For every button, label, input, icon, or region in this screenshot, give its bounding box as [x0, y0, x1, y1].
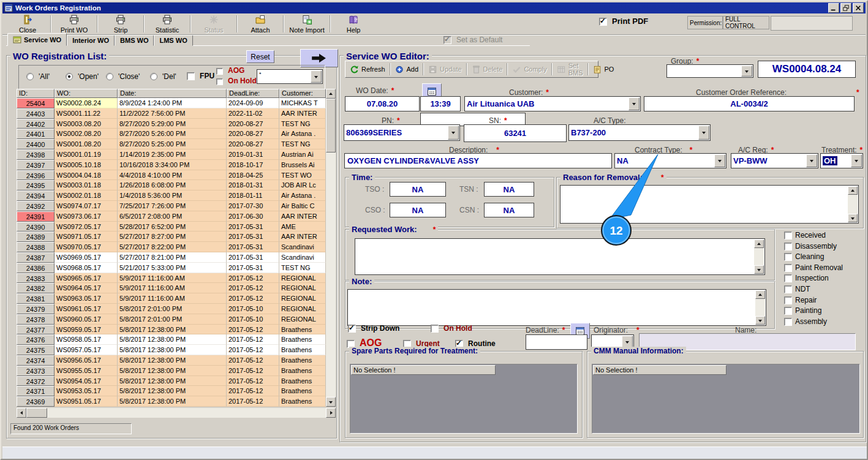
requested-work-textarea[interactable] — [355, 238, 765, 275]
table-row[interactable]: 24378WS0960.05.175/8/2017 2:01:00 PM2017… — [17, 314, 326, 325]
table-row[interactable]: 24389WS0971.05.175/27/2017 8:27:00 PM201… — [17, 232, 326, 242]
on-hold-box[interactable] — [431, 325, 439, 333]
table-row[interactable]: 25404WS0002.08.248/9/2024 1:24:00 PM2024… — [17, 98, 326, 108]
scroll-up-icon[interactable] — [754, 239, 764, 248]
contract-type-combo[interactable]: NA — [614, 153, 726, 168]
table-row[interactable]: 24398WS0001.01.191/14/2019 2:35:00 PM201… — [17, 149, 326, 160]
on-hold-filter-box[interactable] — [216, 78, 223, 85]
restore-button-icon[interactable] — [840, 3, 851, 13]
strip-down-checkbox[interactable]: Strip Down — [348, 324, 399, 333]
on-hold-checkbox[interactable]: On Hold — [431, 324, 472, 333]
stage-checkbox-assembly[interactable]: Assembly — [784, 317, 827, 326]
editor-button-po[interactable]: PO — [589, 61, 619, 77]
tab-interior-wo[interactable]: Interior WO — [67, 35, 115, 46]
vertical-scrollbar[interactable] — [326, 89, 336, 407]
combo-dropdown-button[interactable] — [311, 70, 322, 83]
checkbox-box[interactable] — [784, 253, 792, 261]
table-row[interactable]: 24376WS0958.05.175/8/2017 12:38:00 PM201… — [17, 334, 326, 345]
stage-checkbox-received[interactable]: Received — [784, 231, 826, 239]
table-row[interactable]: 24381WS0963.05.175/9/2017 11:16:00 AM201… — [17, 293, 326, 304]
checkbox-box[interactable] — [784, 274, 792, 282]
checkbox-box[interactable] — [784, 232, 792, 239]
aog-filter-checkbox[interactable]: AOG — [216, 66, 244, 75]
cso-field[interactable]: NA — [390, 203, 446, 217]
scrollbar-thumb[interactable] — [26, 408, 47, 418]
column-header-id[interactable]: ID: — [17, 89, 55, 98]
stage-checkbox-disassembly[interactable]: Disassembly — [784, 242, 837, 251]
tso-field[interactable]: NA — [390, 182, 446, 197]
checkbox-box[interactable] — [784, 243, 792, 251]
stage-checkbox-inspection[interactable]: Inspection — [784, 274, 829, 282]
wo-filter-combo[interactable]: * — [257, 69, 323, 84]
combo-dropdown-button[interactable] — [448, 126, 459, 140]
strip-down-box[interactable] — [348, 325, 356, 333]
table-row[interactable]: 24401WS0002.08.208/27/2020 5:26:00 PM202… — [17, 129, 326, 139]
column-header-wo[interactable]: WO: — [55, 89, 118, 98]
table-row[interactable]: 24386WS0968.05.175/21/2017 5:33:00 PM201… — [17, 263, 326, 273]
radio-open[interactable]: 'Open' — [66, 72, 99, 81]
table-row[interactable]: 24382WS0964.05.175/9/2017 11:16:00 AM201… — [17, 283, 326, 293]
table-row[interactable]: 24395WS0003.01.181/26/2018 6:08:00 PM201… — [17, 180, 326, 190]
table-row[interactable]: 24371WS0953.05.175/8/2017 12:38:00 PM201… — [17, 386, 326, 396]
wo-date-field[interactable]: 07.08.20 — [345, 96, 420, 111]
editor-button-refresh[interactable]: Refresh — [345, 61, 390, 77]
table-row[interactable]: 24402WS0003.08.208/27/2020 5:29:00 PM202… — [17, 119, 326, 129]
pn-combo[interactable]: 806369SERIES — [344, 124, 460, 141]
table-row[interactable]: 24390WS0972.05.175/28/2017 6:52:00 PM201… — [17, 222, 326, 232]
reason-textarea[interactable] — [560, 185, 859, 224]
radio-all-circle[interactable] — [26, 73, 34, 80]
ac-type-combo[interactable]: B737-200 — [568, 124, 711, 141]
radio-all[interactable]: 'All' — [26, 72, 50, 81]
fpu-checkbox[interactable]: FPU — [187, 72, 214, 80]
column-header-date[interactable]: Date: — [118, 89, 227, 98]
radio-close[interactable]: 'Close' — [106, 72, 140, 81]
note-textarea[interactable] — [347, 289, 766, 326]
cmm-panel[interactable]: No Selection ! — [592, 364, 860, 434]
tab-lms-wo[interactable]: LMS WO — [154, 35, 192, 46]
radio-del[interactable]: 'Del' — [150, 72, 176, 81]
table-row[interactable]: 24391WS0973.06.176/5/2017 2:08:00 PM2017… — [17, 211, 326, 222]
reset-button[interactable]: Reset — [246, 50, 274, 63]
table-row[interactable]: 24374WS0956.05.175/8/2017 12:38:00 PM201… — [17, 355, 326, 366]
combo-dropdown-button[interactable] — [714, 154, 725, 167]
fpu-checkbox-box[interactable] — [187, 72, 195, 80]
combo-dropdown-button[interactable] — [698, 126, 709, 140]
close-window-button-icon[interactable] — [853, 3, 864, 13]
table-row[interactable]: 24373WS0955.05.175/8/2017 12:38:00 PM201… — [17, 366, 326, 376]
combo-dropdown-button[interactable] — [851, 154, 862, 167]
stage-checkbox-ndt[interactable]: NDT — [784, 285, 810, 293]
print-pdf-checkbox-box[interactable] — [599, 18, 607, 26]
column-header-deadline[interactable]: DeadLine: — [227, 89, 279, 98]
scroll-left-icon[interactable] — [17, 408, 26, 418]
wo-number-field[interactable]: WS0004.08.24 — [758, 61, 856, 78]
scroll-up-icon[interactable] — [755, 290, 765, 299]
horizontal-scrollbar[interactable] — [17, 408, 336, 418]
table-row[interactable]: 24396WS0004.04.184/4/2018 4:10:00 PM2018… — [17, 170, 326, 181]
stage-checkbox-paint-removal[interactable]: Paint Removal — [784, 263, 843, 272]
toolbar-button-note-import[interactable]: Note Import — [284, 13, 330, 34]
editor-button-add[interactable]: Add — [391, 61, 423, 77]
scroll-down-icon[interactable] — [754, 265, 764, 274]
table-row[interactable]: 24403WS0001.11.2211/2/2022 7:56:00 PM202… — [17, 108, 326, 119]
deadline-field[interactable] — [526, 334, 587, 350]
scroll-down-icon[interactable] — [848, 214, 858, 222]
table-row[interactable]: 24392WS0974.07.177/25/2017 7:26:00 PM201… — [17, 201, 326, 211]
ac-reg-combo[interactable]: VP-BWW — [731, 153, 818, 168]
checkbox-box[interactable] — [784, 296, 792, 304]
checkbox-box[interactable] — [784, 307, 792, 315]
print-pdf-checkbox[interactable]: Print PDF — [599, 17, 648, 26]
sn-field[interactable]: 63241 — [464, 124, 567, 142]
spare-parts-panel[interactable]: No Selection ! — [350, 364, 578, 434]
wo-time-field[interactable]: 13:39 — [420, 96, 461, 111]
table-row[interactable]: 24397WS0005.10.1810/16/2018 3:34:00 PM20… — [17, 160, 326, 170]
column-header-customer[interactable]: Customer: — [279, 89, 326, 98]
table-row[interactable]: 24400WS0001.08.208/27/2020 5:25:00 PM202… — [17, 139, 326, 149]
csn-field[interactable]: NA — [484, 203, 534, 217]
checkbox-box[interactable] — [784, 264, 792, 272]
textarea-scrollbar[interactable] — [755, 290, 765, 325]
toolbar-button-strip[interactable]: Strip — [98, 13, 143, 34]
scroll-down-icon[interactable] — [326, 397, 336, 407]
scrollbar-thumb[interactable] — [326, 99, 336, 153]
tsn-field[interactable]: NA — [484, 182, 534, 197]
group-combo[interactable] — [666, 64, 753, 78]
